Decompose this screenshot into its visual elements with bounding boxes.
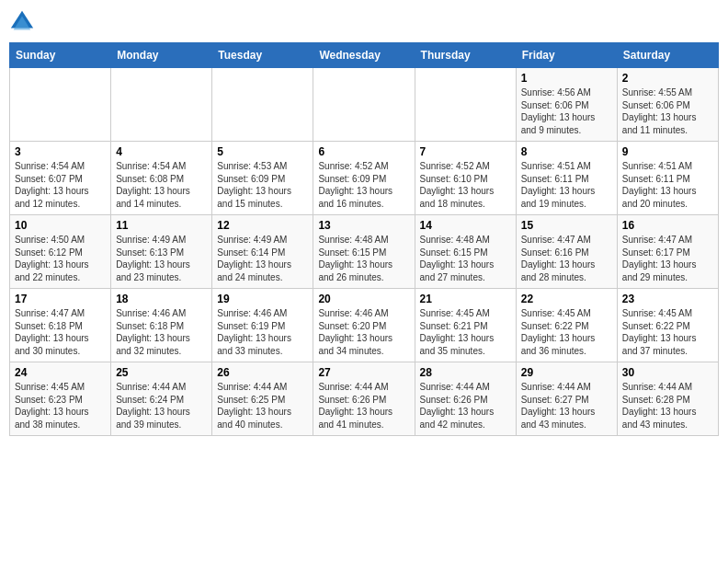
day-info: Sunrise: 4:49 AM Sunset: 6:14 PM Dayligh… (217, 234, 308, 283)
calendar-cell: 20Sunrise: 4:46 AM Sunset: 6:20 PM Dayli… (313, 289, 415, 362)
weekday-header: Friday (516, 43, 617, 68)
day-info: Sunrise: 4:52 AM Sunset: 6:10 PM Dayligh… (420, 160, 511, 210)
weekday-header-row: SundayMondayTuesdayWednesdayThursdayFrid… (10, 43, 719, 68)
calendar-cell: 7Sunrise: 4:52 AM Sunset: 6:10 PM Daylig… (415, 142, 516, 215)
day-number: 16 (622, 219, 713, 232)
day-number: 26 (217, 366, 308, 379)
day-number: 25 (116, 366, 207, 379)
calendar-cell: 8Sunrise: 4:51 AM Sunset: 6:11 PM Daylig… (516, 142, 617, 215)
day-number: 10 (15, 219, 106, 232)
calendar-cell: 28Sunrise: 4:44 AM Sunset: 6:26 PM Dayli… (415, 362, 516, 436)
day-info: Sunrise: 4:56 AM Sunset: 6:06 PM Dayligh… (521, 86, 612, 136)
day-number: 23 (622, 293, 713, 305)
calendar-week-row: 17Sunrise: 4:47 AM Sunset: 6:18 PM Dayli… (10, 289, 719, 362)
calendar-cell: 19Sunrise: 4:46 AM Sunset: 6:19 PM Dayli… (212, 289, 313, 362)
calendar-cell (212, 68, 313, 142)
day-info: Sunrise: 4:46 AM Sunset: 6:18 PM Dayligh… (116, 307, 207, 357)
day-number: 2 (622, 72, 713, 85)
day-number: 8 (521, 145, 612, 158)
day-number: 11 (116, 219, 207, 232)
calendar-cell: 22Sunrise: 4:45 AM Sunset: 6:22 PM Dayli… (516, 289, 617, 362)
day-number: 19 (217, 293, 308, 305)
weekday-header: Thursday (415, 43, 516, 68)
day-info: Sunrise: 4:52 AM Sunset: 6:09 PM Dayligh… (318, 160, 409, 210)
weekday-header: Tuesday (212, 43, 313, 68)
calendar-cell (313, 68, 415, 142)
day-number: 24 (15, 366, 106, 379)
day-info: Sunrise: 4:50 AM Sunset: 6:12 PM Dayligh… (15, 234, 106, 283)
calendar-cell: 25Sunrise: 4:44 AM Sunset: 6:24 PM Dayli… (111, 362, 212, 436)
day-number: 6 (318, 145, 409, 158)
page-header (9, 9, 719, 35)
day-number: 7 (420, 145, 511, 158)
day-number: 5 (217, 145, 308, 158)
calendar-cell: 11Sunrise: 4:49 AM Sunset: 6:13 PM Dayli… (111, 215, 212, 289)
calendar-cell: 2Sunrise: 4:55 AM Sunset: 6:06 PM Daylig… (617, 68, 718, 142)
calendar-cell: 6Sunrise: 4:52 AM Sunset: 6:09 PM Daylig… (313, 142, 415, 215)
calendar-cell: 12Sunrise: 4:49 AM Sunset: 6:14 PM Dayli… (212, 215, 313, 289)
day-info: Sunrise: 4:49 AM Sunset: 6:13 PM Dayligh… (116, 234, 207, 283)
calendar-cell: 18Sunrise: 4:46 AM Sunset: 6:18 PM Dayli… (111, 289, 212, 362)
day-number: 13 (318, 219, 409, 232)
day-info: Sunrise: 4:47 AM Sunset: 6:18 PM Dayligh… (15, 307, 106, 357)
day-number: 12 (217, 219, 308, 232)
day-info: Sunrise: 4:44 AM Sunset: 6:26 PM Dayligh… (420, 381, 511, 431)
calendar-cell: 13Sunrise: 4:48 AM Sunset: 6:15 PM Dayli… (313, 215, 415, 289)
calendar-cell: 14Sunrise: 4:48 AM Sunset: 6:15 PM Dayli… (415, 215, 516, 289)
day-info: Sunrise: 4:45 AM Sunset: 6:23 PM Dayligh… (15, 381, 106, 431)
day-info: Sunrise: 4:48 AM Sunset: 6:15 PM Dayligh… (420, 234, 511, 283)
day-number: 1 (521, 72, 612, 85)
calendar-cell: 1Sunrise: 4:56 AM Sunset: 6:06 PM Daylig… (516, 68, 617, 142)
calendar-cell: 21Sunrise: 4:45 AM Sunset: 6:21 PM Dayli… (415, 289, 516, 362)
calendar-cell (415, 68, 516, 142)
day-info: Sunrise: 4:55 AM Sunset: 6:06 PM Dayligh… (622, 86, 713, 136)
day-number: 20 (318, 293, 409, 305)
day-number: 17 (15, 293, 106, 305)
day-info: Sunrise: 4:51 AM Sunset: 6:11 PM Dayligh… (521, 160, 612, 210)
day-info: Sunrise: 4:46 AM Sunset: 6:19 PM Dayligh… (217, 307, 308, 357)
day-number: 30 (622, 366, 713, 379)
day-number: 15 (521, 219, 612, 232)
day-number: 29 (521, 366, 612, 379)
day-info: Sunrise: 4:45 AM Sunset: 6:22 PM Dayligh… (521, 307, 612, 357)
day-info: Sunrise: 4:44 AM Sunset: 6:27 PM Dayligh… (521, 381, 612, 431)
day-info: Sunrise: 4:47 AM Sunset: 6:17 PM Dayligh… (622, 234, 713, 283)
calendar-cell (111, 68, 212, 142)
weekday-header: Monday (111, 43, 212, 68)
calendar-week-row: 24Sunrise: 4:45 AM Sunset: 6:23 PM Dayli… (10, 362, 719, 436)
calendar-table: SundayMondayTuesdayWednesdayThursdayFrid… (9, 42, 719, 436)
calendar-cell: 26Sunrise: 4:44 AM Sunset: 6:25 PM Dayli… (212, 362, 313, 436)
weekday-header: Wednesday (313, 43, 415, 68)
weekday-header: Saturday (617, 43, 718, 68)
day-info: Sunrise: 4:47 AM Sunset: 6:16 PM Dayligh… (521, 234, 612, 283)
day-info: Sunrise: 4:48 AM Sunset: 6:15 PM Dayligh… (318, 234, 409, 283)
calendar-cell: 15Sunrise: 4:47 AM Sunset: 6:16 PM Dayli… (516, 215, 617, 289)
calendar-cell: 29Sunrise: 4:44 AM Sunset: 6:27 PM Dayli… (516, 362, 617, 436)
day-info: Sunrise: 4:44 AM Sunset: 6:28 PM Dayligh… (622, 381, 713, 431)
logo (9, 9, 39, 35)
calendar-cell: 3Sunrise: 4:54 AM Sunset: 6:07 PM Daylig… (10, 142, 111, 215)
day-info: Sunrise: 4:53 AM Sunset: 6:09 PM Dayligh… (217, 160, 308, 210)
calendar-cell: 23Sunrise: 4:45 AM Sunset: 6:22 PM Dayli… (617, 289, 718, 362)
calendar-cell (10, 68, 111, 142)
calendar-week-row: 3Sunrise: 4:54 AM Sunset: 6:07 PM Daylig… (10, 142, 719, 215)
day-info: Sunrise: 4:51 AM Sunset: 6:11 PM Dayligh… (622, 160, 713, 210)
calendar-cell: 10Sunrise: 4:50 AM Sunset: 6:12 PM Dayli… (10, 215, 111, 289)
calendar-cell: 4Sunrise: 4:54 AM Sunset: 6:08 PM Daylig… (111, 142, 212, 215)
day-number: 21 (420, 293, 511, 305)
day-info: Sunrise: 4:44 AM Sunset: 6:24 PM Dayligh… (116, 381, 207, 431)
calendar-week-row: 10Sunrise: 4:50 AM Sunset: 6:12 PM Dayli… (10, 215, 719, 289)
logo-icon (9, 9, 35, 35)
day-number: 4 (116, 145, 207, 158)
day-number: 14 (420, 219, 511, 232)
day-number: 22 (521, 293, 612, 305)
calendar-cell: 27Sunrise: 4:44 AM Sunset: 6:26 PM Dayli… (313, 362, 415, 436)
calendar-cell: 24Sunrise: 4:45 AM Sunset: 6:23 PM Dayli… (10, 362, 111, 436)
day-info: Sunrise: 4:54 AM Sunset: 6:08 PM Dayligh… (116, 160, 207, 210)
calendar-cell: 16Sunrise: 4:47 AM Sunset: 6:17 PM Dayli… (617, 215, 718, 289)
calendar-cell: 30Sunrise: 4:44 AM Sunset: 6:28 PM Dayli… (617, 362, 718, 436)
calendar-cell: 5Sunrise: 4:53 AM Sunset: 6:09 PM Daylig… (212, 142, 313, 215)
day-number: 28 (420, 366, 511, 379)
day-info: Sunrise: 4:45 AM Sunset: 6:21 PM Dayligh… (420, 307, 511, 357)
day-info: Sunrise: 4:44 AM Sunset: 6:25 PM Dayligh… (217, 381, 308, 431)
